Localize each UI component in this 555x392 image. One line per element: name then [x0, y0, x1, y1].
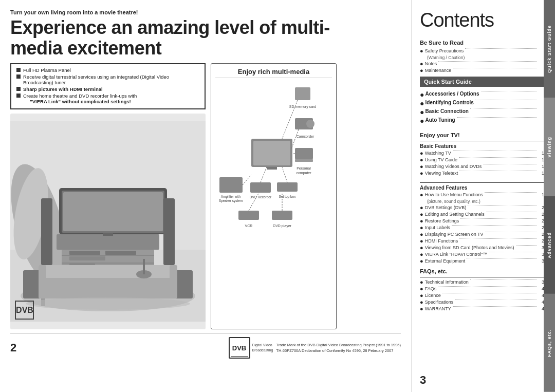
svg-rect-33	[267, 167, 277, 170]
toc-bullet: ●	[420, 171, 423, 176]
tab-quick-start[interactable]: Quick Start Guide	[544, 0, 555, 98]
toc-dots	[489, 252, 537, 252]
toc-label: Viewing Teletext	[425, 171, 458, 176]
toc-label: Notes	[425, 61, 437, 66]
svg-rect-42	[295, 159, 313, 162]
toc-dots	[465, 48, 537, 49]
svg-point-38	[306, 120, 314, 128]
qsi-label: Identifying Controls	[425, 100, 473, 105]
toc-specifications: ● Specifications 43	[420, 300, 547, 305]
toc-label: Specifications	[425, 300, 454, 305]
svg-rect-53	[277, 182, 298, 192]
qsi-tuning: ● Auto Tuning 9	[420, 117, 547, 124]
toc-dots	[455, 300, 537, 300]
toc-label: How to Use Menu Functions	[425, 192, 483, 197]
toc-dots	[481, 91, 537, 91]
toc-label: Editing and Setting Channels	[425, 212, 485, 217]
qsi-connection: ● Basic Connection 8	[420, 108, 547, 116]
toc-bullet: ●	[420, 238, 423, 244]
toc-bullet: ●	[420, 252, 423, 257]
toc-teletext: ● Viewing Teletext 16	[420, 171, 547, 176]
svg-point-28	[26, 297, 190, 310]
svg-rect-27	[143, 259, 145, 274]
section-faqs: FAQs, etc.	[420, 268, 547, 274]
toc-dots	[460, 218, 537, 219]
toc-bullet: ●	[420, 164, 423, 170]
page-number-left: 2	[10, 341, 16, 354]
toc-label: Maintenance	[425, 68, 452, 73]
toc-external-equipment: ● External Equipment 34	[420, 258, 547, 264]
svg-rect-56	[238, 211, 259, 220]
toc-sd-card: ● Viewing from SD Card (Photos and Movie…	[420, 245, 547, 251]
bullet-icon	[16, 74, 21, 79]
tab-faqs[interactable]: FAQs, etc.	[544, 294, 555, 392]
svg-text:VCR: VCR	[245, 224, 253, 228]
svg-rect-34	[295, 87, 310, 100]
feature-item-3: Sharp pictures with HDMI terminal	[16, 86, 199, 92]
toc-dots	[438, 61, 537, 62]
svg-rect-50	[250, 182, 271, 193]
svg-text:Set top box: Set top box	[279, 195, 297, 199]
toc-bullet: ●	[420, 61, 423, 67]
qsi-bullet: ●	[420, 117, 424, 124]
bullet-icon	[16, 68, 21, 72]
svg-rect-10	[69, 251, 100, 255]
toc-bullet: ●	[420, 151, 423, 156]
toc-editing-channels: ● Editing and Setting Channels 24	[420, 212, 547, 217]
svg-text:DVB: DVB	[16, 306, 33, 314]
qsi-label: Auto Tuning	[425, 117, 455, 123]
dvb-subtitle: Digital Video Broadcasting	[252, 343, 273, 353]
advanced-features-heading: Advanced Features	[420, 185, 547, 191]
tab-viewing[interactable]: Viewing	[544, 98, 555, 196]
main-title: Experience an amazing level of multi- me…	[10, 17, 401, 58]
svg-text:Camcorder: Camcorder	[297, 135, 314, 138]
toc-pc-screen: ● Displaying PC Screen on TV 28	[420, 232, 547, 237]
toc-label: DVB Settings (DVB)	[425, 205, 467, 210]
toc-dots	[483, 164, 537, 164]
toc-dots	[453, 68, 537, 68]
toc-faqs: ● FAQs 40	[420, 286, 547, 292]
svg-rect-41	[295, 148, 313, 159]
multimedia-diagram: SD memory card Camcorder Personal comput…	[215, 82, 328, 247]
toc-dvb-settings: ● DVB Settings (DVB) 22	[420, 205, 547, 211]
toc-bullet: ●	[420, 293, 423, 298]
toc-sub-picture: (picture, sound quality, etc.)	[420, 199, 547, 204]
multimedia-box: Enjoy rich multi-media SD memory card Ca…	[211, 63, 337, 329]
toc-licence: ● Licence 42	[420, 293, 547, 298]
qsi-accessories: ● Accessories / Options 6	[420, 91, 547, 98]
qsi-bullet: ●	[420, 108, 424, 116]
svg-rect-8	[62, 255, 154, 256]
contents-title: Contents	[412, 0, 555, 35]
toc-label: Technical Information	[425, 279, 469, 285]
tab-advanced[interactable]: Advanced	[544, 196, 555, 294]
title-left: Experience an amazing level of multi-	[10, 17, 330, 38]
svg-rect-46	[219, 177, 243, 193]
svg-rect-9	[62, 263, 154, 264]
qsi-bullet: ●	[420, 100, 424, 107]
svg-text:DVD player: DVD player	[273, 224, 291, 228]
svg-text:SD memory card: SD memory card	[289, 105, 317, 109]
svg-rect-16	[63, 192, 163, 231]
multimedia-title: Enjoy rich multi-media	[215, 68, 332, 78]
toc-dots	[459, 238, 537, 239]
toc-dots	[453, 306, 537, 307]
toc-menu-functions: ● How to Use Menu Functions 18	[420, 192, 547, 198]
bottom-bar: 2 DVB Digital Video Broadcasting Trade M…	[10, 333, 401, 359]
toc-bullet: ●	[420, 245, 423, 251]
dvb-logo: DVB Digital Video Broadcasting Trade Mar…	[229, 337, 401, 359]
contents-main: Be Sure to Read ● Safety Precautions 4 (…	[412, 35, 555, 368]
main-content: Turn your own living room into a movie t…	[0, 0, 411, 392]
toc-dots	[438, 286, 537, 287]
toc-bullet: ●	[420, 192, 423, 198]
toc-label: FAQs	[425, 286, 437, 291]
toc-dots	[470, 108, 537, 109]
toc-label: VIERA Link "HDAVI Control"™	[425, 252, 488, 257]
section-be-sure: Be Sure to Read	[420, 40, 547, 46]
toc-dots	[470, 279, 537, 280]
toc-watching-tv: ● Watching TV 10	[420, 151, 547, 156]
svg-line-52	[261, 167, 267, 182]
toc-input-labels: ● Input Labels 27	[420, 225, 547, 231]
toc-bullet: ●	[420, 232, 423, 237]
svg-text:DVD Recorder: DVD Recorder	[250, 195, 272, 199]
toc-bullet: ●	[420, 279, 423, 285]
